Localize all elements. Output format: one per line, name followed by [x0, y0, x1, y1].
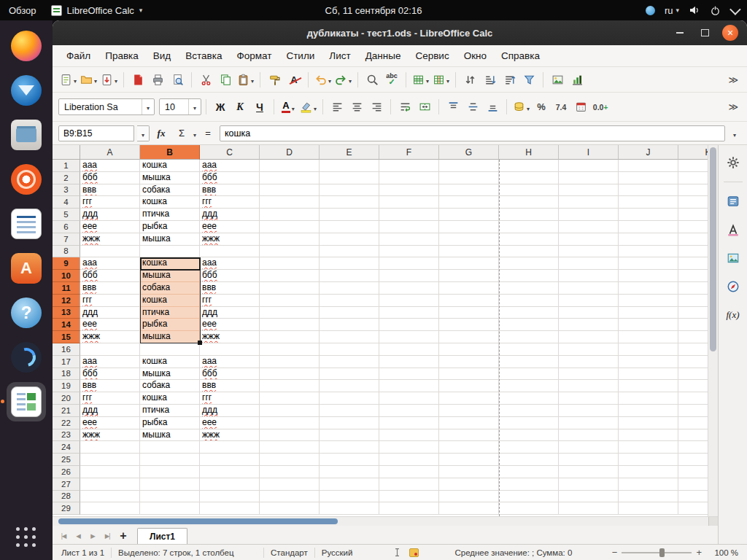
dock-item-firefox[interactable] — [7, 26, 46, 66]
cell-J7[interactable] — [619, 233, 678, 246]
cell-K7[interactable] — [678, 233, 708, 246]
cell-B8[interactable] — [140, 246, 200, 258]
cell-K27[interactable] — [678, 478, 708, 491]
cell-H15[interactable] — [499, 331, 559, 343]
cell-D6[interactable] — [260, 221, 320, 233]
cell-G19[interactable] — [439, 380, 499, 392]
last-sheet-button[interactable] — [101, 528, 114, 544]
add-decimal-button[interactable]: 0.0+ — [591, 98, 610, 117]
cell-C25[interactable] — [200, 454, 260, 466]
cell-F13[interactable] — [379, 307, 439, 319]
input-language-menu[interactable]: ru ▾ — [665, 5, 679, 16]
row-header-19[interactable]: 19 — [53, 380, 80, 392]
open-button[interactable] — [79, 70, 98, 89]
cell-F1[interactable] — [379, 160, 439, 172]
cell-A28[interactable] — [80, 491, 140, 503]
cell-I3[interactable] — [559, 184, 619, 197]
cell-A5[interactable]: ддд — [80, 209, 140, 221]
cell-H1[interactable] — [499, 160, 559, 172]
sheet-tab-list1[interactable]: Лист1 — [137, 528, 187, 544]
insert-column-button[interactable] — [431, 70, 451, 89]
cell-K14[interactable] — [678, 319, 708, 331]
cell-J4[interactable] — [619, 196, 678, 209]
cell-F26[interactable] — [379, 466, 439, 478]
cell-E16[interactable] — [320, 343, 379, 356]
row-header-11[interactable]: 11 — [53, 282, 80, 295]
cell-I24[interactable] — [559, 441, 619, 454]
cut-button[interactable] — [196, 70, 215, 89]
sort-button[interactable] — [460, 70, 479, 89]
cell-J29[interactable] — [619, 502, 678, 515]
row-header-28[interactable]: 28 — [53, 491, 80, 503]
cell-E5[interactable] — [320, 209, 379, 221]
next-sheet-button[interactable] — [86, 528, 99, 544]
first-sheet-button[interactable] — [57, 528, 70, 544]
cell-F11[interactable] — [379, 282, 439, 295]
cell-A6[interactable]: еее — [80, 221, 140, 233]
cell-G1[interactable] — [439, 160, 499, 172]
cell-C10[interactable]: ббб — [200, 270, 260, 282]
column-header-K[interactable]: K — [678, 145, 708, 160]
menu-Формат[interactable]: Формат — [230, 47, 278, 64]
cell-G17[interactable] — [439, 356, 499, 368]
cell-D23[interactable] — [260, 429, 320, 442]
cell-F18[interactable] — [379, 368, 439, 381]
highlight-color-button[interactable] — [298, 98, 318, 117]
cell-J21[interactable] — [619, 405, 678, 417]
cell-H12[interactable] — [499, 295, 559, 307]
cell-H13[interactable] — [499, 307, 559, 319]
new-document-button[interactable] — [58, 70, 78, 89]
cell-E19[interactable] — [320, 380, 379, 392]
cell-G23[interactable] — [439, 429, 499, 442]
cell-C12[interactable]: ггг — [200, 295, 260, 307]
row-header-8[interactable]: 8 — [53, 246, 80, 258]
cell-F9[interactable] — [379, 257, 439, 270]
cell-D11[interactable] — [260, 282, 320, 295]
cell-C20[interactable]: ггг — [200, 392, 260, 405]
cell-C18[interactable]: ббб — [200, 368, 260, 381]
cell-A4[interactable]: ггг — [80, 196, 140, 209]
align-top-button[interactable] — [444, 98, 462, 117]
cell-A27[interactable] — [80, 478, 140, 491]
cell-A18[interactable]: ббб — [80, 368, 140, 381]
cell-H27[interactable] — [499, 478, 559, 491]
cell-E27[interactable] — [320, 478, 379, 491]
cell-K26[interactable] — [678, 466, 708, 478]
cell-G22[interactable] — [439, 417, 499, 429]
cell-B19[interactable]: собака — [140, 380, 200, 392]
cell-C14[interactable]: еее — [200, 319, 260, 331]
cell-I21[interactable] — [559, 405, 619, 417]
sidebar-gallery-button[interactable] — [723, 249, 743, 268]
cell-D22[interactable] — [260, 417, 320, 429]
cell-F10[interactable] — [379, 270, 439, 282]
cell-H8[interactable] — [499, 246, 559, 258]
cell-J3[interactable] — [619, 184, 678, 197]
row-header-25[interactable]: 25 — [53, 454, 80, 466]
cell-J14[interactable] — [619, 319, 678, 331]
cell-J20[interactable] — [619, 392, 678, 405]
cell-H18[interactable] — [499, 368, 559, 381]
cell-F4[interactable] — [379, 196, 439, 209]
insert-row-button[interactable] — [411, 70, 430, 89]
cell-J19[interactable] — [619, 380, 678, 392]
cell-H2[interactable] — [499, 172, 559, 184]
cell-H24[interactable] — [499, 441, 559, 454]
cell-A24[interactable] — [80, 441, 140, 454]
cell-G11[interactable] — [439, 282, 499, 295]
cell-G6[interactable] — [439, 221, 499, 233]
cell-C16[interactable] — [200, 343, 260, 356]
cell-A26[interactable] — [80, 466, 140, 478]
cell-G26[interactable] — [439, 466, 499, 478]
cell-G12[interactable] — [439, 295, 499, 307]
previous-sheet-button[interactable] — [71, 528, 85, 544]
cell-B16[interactable] — [140, 343, 200, 356]
cell-E6[interactable] — [320, 221, 379, 233]
cell-I22[interactable] — [559, 417, 619, 429]
formula-input[interactable] — [220, 125, 725, 141]
cell-J6[interactable] — [619, 221, 678, 233]
cell-B22[interactable]: рыбка — [140, 417, 200, 429]
cell-F29[interactable] — [379, 502, 439, 515]
cell-C26[interactable] — [200, 466, 260, 478]
language-status[interactable]: Русский — [322, 548, 353, 557]
cell-I20[interactable] — [559, 392, 619, 405]
